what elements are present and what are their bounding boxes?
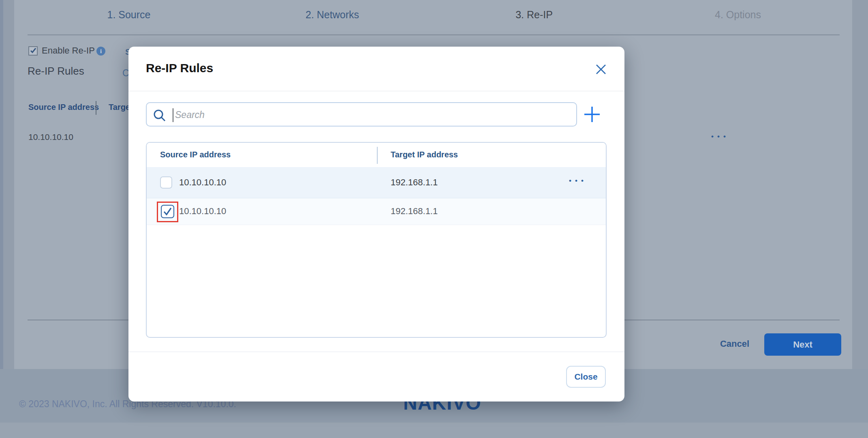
cell-target-ip: 192.168.1.1 [391,177,438,188]
table-header-row: Source IP address Target IP address [147,143,606,167]
search-input[interactable] [175,105,564,125]
checkmark-icon [30,47,37,54]
info-icon[interactable]: i [96,47,105,56]
wizard-step-options[interactable]: 4. Options [653,9,823,21]
plus-icon [583,105,601,124]
enable-reip-label: Enable Re-IP [42,45,95,56]
ellipsis-menu-icon[interactable]: ••• [711,133,729,141]
table-row[interactable]: 10.10.10.10 192.168.1.1 [147,198,606,225]
cell-source-ip: 10.10.10.10 [179,177,226,188]
dialog-header-divider [128,91,624,91]
dialog-footer-divider [128,352,624,352]
close-button[interactable]: Close [566,366,606,388]
search-icon [153,109,167,124]
stepper-divider [28,34,840,35]
cell-source-ip: 10.10.10.10 [179,206,226,217]
reip-rules-table: Source IP address Target IP address 10.1… [146,142,607,338]
wizard-step-networks[interactable]: 2. Networks [247,9,417,21]
checkmark-icon [162,206,173,217]
search-field[interactable] [146,102,577,127]
row-checkbox-checked[interactable] [161,205,174,218]
column-header-target-ip[interactable]: Target IP address [391,150,458,159]
dialog-title: Re-IP Rules [146,61,213,75]
row-checkbox-unchecked[interactable] [160,176,172,189]
wizard-step-source[interactable]: 1. Source [44,9,214,21]
column-divider [377,147,378,164]
bg-column-source-ip[interactable]: Source IP address [28,103,99,112]
close-icon[interactable] [594,63,607,76]
bg-column-target-ip[interactable]: Targe [109,103,130,112]
column-header-source-ip[interactable]: Source IP address [160,150,231,159]
enable-reip-checkbox[interactable] [28,46,38,56]
table-row[interactable]: 10.10.10.10 192.168.1.1 ••• [147,167,606,198]
text-cursor [173,108,173,122]
bg-column-resize-handle[interactable] [96,101,96,115]
wizard-step-reip[interactable]: 3. Re-IP [449,9,619,21]
next-button[interactable]: Next [764,333,841,356]
cell-target-ip: 192.168.1.1 [391,206,438,217]
reip-rules-dialog: Re-IP Rules Source IP address Target IP … [128,47,624,402]
add-rule-button[interactable] [583,105,601,124]
page-margin-right [852,0,868,369]
ellipsis-menu-icon[interactable]: ••• [569,177,587,185]
window-edge [0,0,3,369]
cancel-button[interactable]: Cancel [694,339,775,349]
bg-table-row-source-ip: 10.10.10.10 [28,132,73,142]
reip-rules-section-title: Re-IP Rules [28,65,84,77]
